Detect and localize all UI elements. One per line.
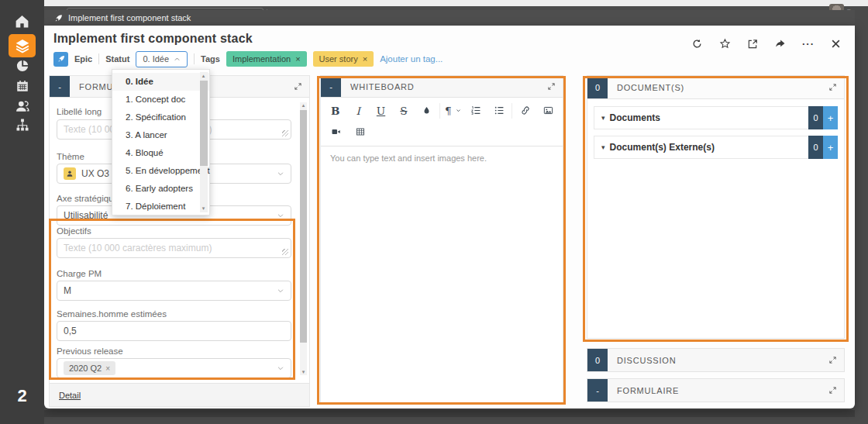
type-label: Epic [74,54,92,64]
scroll-up-icon[interactable]: ▴ [300,102,307,109]
caret-down-icon [456,108,461,113]
whiteboard-panel: - WHITEBOARD B I U S ¶ [320,75,563,404]
form-scrollbar[interactable]: ▴ ▾ [300,102,307,375]
chevron-down-icon [277,212,284,219]
resize-handle-icon[interactable] [282,130,288,136]
whiteboard-editor[interactable]: You can type text and insert images here… [330,153,553,163]
collapse-panel-button[interactable]: - [587,379,608,402]
ticket-title: Implement first component stack [53,32,253,46]
scroll-up-icon[interactable]: ▴ [200,73,207,79]
expand-panel-icon[interactable] [828,83,837,91]
status-option[interactable]: 1. Concept doc [112,91,209,109]
expand-panel-icon[interactable] [828,356,837,364]
image-icon[interactable] [537,101,560,120]
background-page-top [44,0,868,6]
collapse-panel-button[interactable]: - [321,76,341,97]
objectifs-textarea[interactable]: Texte (10 000 caractères maximum) [57,238,291,258]
documents-panel: 0 DOCUMENT(S) ▾ Documents 0 + ▾ Document… [587,75,845,339]
dropdown-scrollbar[interactable]: ▴ ▾ [200,72,208,212]
field-label: Thème [57,152,84,161]
tag-chip[interactable]: User story × [313,51,374,67]
field-label: Objectifs [57,226,91,236]
link-icon[interactable] [514,101,536,120]
tag-label: User story [319,54,358,64]
remove-tag-icon[interactable]: × [363,54,367,64]
status-option[interactable]: 5. En développement [112,162,209,180]
add-document-button[interactable]: + [823,106,838,129]
panel-count-badge[interactable]: 0 [587,349,608,371]
bold-icon[interactable]: B [324,101,346,120]
sidebar-item-hierarchy[interactable] [0,118,44,132]
panel-title: DOCUMENT(S) [617,83,684,92]
caret-down-icon[interactable]: ▾ [601,114,605,122]
share-icon[interactable] [774,38,786,50]
expand-panel-icon[interactable] [294,82,302,91]
sidebar-item-epics-active[interactable] [9,34,36,57]
add-external-document-button[interactable]: + [823,136,838,159]
caret-down-icon[interactable]: ▾ [601,143,605,151]
whiteboard-toolbar: B I U S ¶ [321,98,563,147]
sidebar-item-team[interactable] [0,98,44,114]
sidebar-item-reports[interactable] [0,59,44,73]
status-dropdown-menu: 0. Idée 1. Concept doc 2. Spécification … [112,69,210,215]
theme-value: UX O3 [81,168,109,179]
detail-link[interactable]: Detail [59,391,81,400]
more-options-icon[interactable]: ··· [802,40,815,48]
star-icon[interactable] [719,38,731,50]
scroll-down-icon[interactable]: ▾ [200,205,207,212]
ticket-modal: Implement first component stack Epic Sta… [44,26,855,408]
remove-release-icon[interactable]: × [105,364,110,373]
status-option[interactable]: 7. Déploiement [112,198,209,215]
scroll-down-icon[interactable]: ▾ [300,369,307,375]
semaines-homme-input[interactable]: 0,5 [57,321,291,341]
resize-handle-icon[interactable] [282,249,288,255]
scrollbar-thumb[interactable] [300,110,307,343]
status-dropdown-button[interactable]: 0. Idée [136,51,188,67]
rocket-icon [53,13,64,23]
close-icon[interactable] [831,39,841,49]
status-option[interactable]: 4. Bloqué [112,144,209,162]
remove-tag-icon[interactable]: × [295,54,300,64]
sidebar-item-calendar[interactable] [0,79,44,93]
strikethrough-icon[interactable]: S [392,101,415,120]
sidebar-item-home[interactable] [0,13,44,29]
panel-count-badge[interactable]: 0 [587,76,608,98]
expand-panel-icon[interactable] [828,386,837,395]
italic-icon[interactable]: I [346,101,369,120]
collapse-panel-button[interactable]: - [50,76,70,97]
documents-row[interactable]: ▾ Documents 0 + [594,106,838,129]
field-label: Charge PM [57,269,102,278]
axe-value: Utilisabilité [64,210,108,221]
status-option[interactable]: 6. Early adopters [112,180,209,198]
previous-release-select[interactable]: 2020 Q2 × [57,358,291,378]
tag-chip[interactable]: Implementation × [226,51,307,67]
status-option[interactable]: 0. Idée [112,73,209,91]
paragraph-format-icon[interactable]: ¶ [442,101,464,120]
add-tag-link[interactable]: Ajouter un tag... [380,54,443,64]
ordered-list-icon[interactable] [464,101,487,120]
unordered-list-icon[interactable] [487,101,510,120]
open-in-new-icon[interactable] [747,39,758,50]
tag-label: Implementation [232,54,291,64]
toolbar-divider [439,103,440,119]
field-label: Previous release [57,346,123,356]
underline-icon[interactable]: U [370,101,392,120]
expand-panel-icon[interactable] [547,82,556,91]
tags-label: Tags [201,54,220,64]
sidebar: 2 [0,0,44,424]
refresh-icon[interactable] [691,38,703,50]
panel-title: FORMULAIRE [617,386,679,395]
divider [194,53,195,64]
table-icon[interactable] [348,122,372,141]
external-documents-row[interactable]: ▾ Document(s) Externe(s) 0 + [594,136,838,159]
panel-title: WHITEBOARD [350,82,415,91]
video-icon[interactable] [324,122,348,141]
charge-pm-select[interactable]: M [57,281,291,301]
status-option[interactable]: 2. Spécification [112,109,209,126]
release-chip[interactable]: 2020 Q2 × [64,361,115,375]
color-droplet-icon[interactable] [415,101,438,120]
pie-chart-icon [16,59,29,73]
scrollbar-thumb[interactable] [200,81,208,166]
status-option[interactable]: 3. A lancer [112,126,209,144]
rocket-icon [57,54,66,64]
